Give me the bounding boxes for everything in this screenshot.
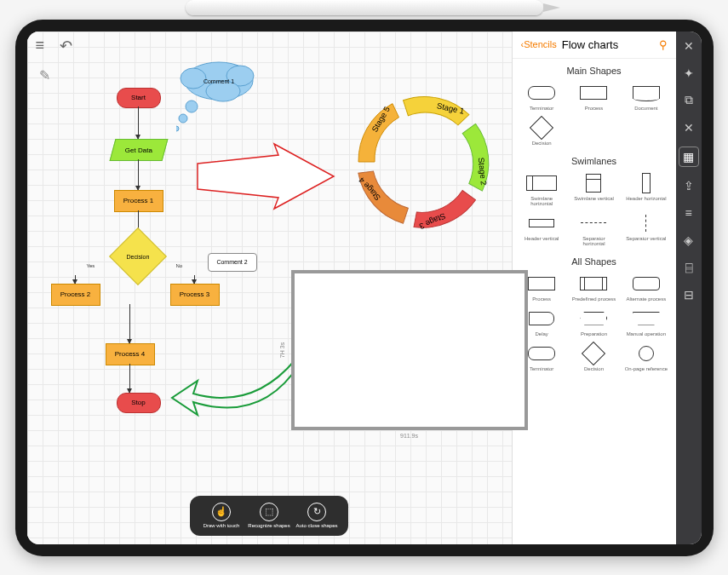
svg-text:Comment 1: Comment 1 (203, 78, 233, 84)
stencil-swimlane-vertical[interactable]: Swimlane vertical (570, 171, 618, 208)
label-yes: Yes (87, 263, 95, 268)
stencil-preparation[interactable]: Preparation (570, 307, 618, 338)
wand-icon[interactable]: ✦ (681, 66, 696, 81)
top-toolbar: ≡ ↶ (36, 37, 73, 55)
stencil-decision[interactable]: Decision (518, 116, 566, 147)
block-arrow[interactable] (193, 142, 338, 210)
label-no: No (176, 263, 183, 268)
stencil-onpage-reference[interactable]: On-page reference (622, 342, 670, 373)
connector (75, 275, 76, 284)
apple-pencil (186, 0, 543, 15)
svg-point-1 (181, 68, 206, 89)
stencils-title: Flow charts (562, 38, 618, 51)
flowchart-start[interactable]: Start (117, 88, 161, 108)
svg-point-4 (186, 101, 198, 112)
drawing-mode-toolbar: ☝Draw with touch ⬚Recognize shapes ↻Auto… (190, 496, 348, 536)
touch-icon: ☝ (212, 503, 231, 521)
layers-icon[interactable]: ◈ (681, 233, 696, 248)
section-all-shapes: All Shapes (513, 250, 676, 270)
section-swimlanes: Swimlanes (513, 149, 676, 170)
stencil-document[interactable]: Document (622, 81, 670, 112)
tools-icon[interactable]: ✕ (681, 120, 696, 135)
recognize-icon: ⬚ (260, 503, 278, 521)
stencil-predefined-process[interactable]: Predefined process (570, 272, 618, 303)
connector (138, 159, 139, 190)
stencils-panel: ‹ Stencils Flow charts ⚲ Main Shapes Ter… (512, 32, 676, 544)
connector (138, 106, 139, 139)
connector (129, 364, 130, 393)
drawing-canvas[interactable]: ≡ ↶ ✎ Comment 1 (27, 32, 512, 544)
flowchart-comment2[interactable]: Comment 2 (208, 253, 257, 272)
flowchart-process4[interactable]: Process 4 (106, 343, 155, 365)
ipad-frame: ≡ ↶ ✎ Comment 1 (15, 20, 714, 556)
data-icon[interactable]: ≡ (681, 205, 696, 221)
stencil-separator-vertical[interactable]: Separator vertical (622, 211, 670, 248)
search-icon[interactable]: ⚲ (659, 38, 668, 51)
pencil-tool-icon[interactable]: ✎ (39, 67, 50, 83)
recognize-shapes-button[interactable]: ⬚Recognize shapes (246, 503, 292, 529)
flowchart-process3[interactable]: Process 3 (170, 284, 220, 306)
flowchart-stop[interactable]: Stop (117, 393, 161, 413)
connector (194, 275, 195, 284)
comments-icon[interactable]: ⊟ (681, 287, 696, 302)
undo-icon[interactable]: ↶ (60, 37, 72, 55)
right-toolbar: ✕ ✦ ⧉ ✕ ▦ ⇪ ≡ ◈ ⌸ ⊟ (676, 32, 702, 544)
stencil-decision-2[interactable]: Decision (570, 342, 618, 373)
svg-point-6 (176, 126, 179, 131)
stencils-header: ‹ Stencils Flow charts ⚲ (513, 32, 676, 59)
stencils-icon[interactable]: ▦ (679, 147, 698, 166)
curved-arrow[interactable] (168, 351, 304, 428)
connector (129, 304, 130, 343)
flowchart-process2[interactable]: Process 2 (51, 284, 100, 306)
outline-icon[interactable]: ⌸ (681, 260, 696, 275)
stencil-terminator[interactable]: Terminator (518, 81, 566, 112)
stencil-swimlane-horizontal[interactable]: Swimlane horizontal (518, 171, 566, 208)
svg-point-5 (179, 114, 187, 123)
share-icon[interactable]: ⇪ (681, 178, 696, 193)
stencil-alternate-process[interactable]: Alternate process (622, 272, 670, 303)
stencil-separator-horizontal[interactable]: Separator horizontal (570, 211, 618, 248)
autoclose-icon: ↻ (307, 503, 326, 521)
stencil-header-vertical[interactable]: Header vertical (518, 211, 566, 248)
close-icon[interactable]: ✕ (681, 38, 696, 54)
auto-close-shapes-button[interactable]: ↻Auto close shapes (294, 503, 340, 529)
stencil-process[interactable]: Process (570, 81, 618, 112)
thought-cloud[interactable]: Comment 1 (176, 57, 244, 100)
stencil-header-horizontal[interactable]: Header horizontal (622, 171, 670, 208)
app-screen: ≡ ↶ ✎ Comment 1 (27, 32, 702, 544)
floorplan-width-label: 911.9s (400, 433, 418, 439)
flowchart-decision[interactable]: Decision (109, 227, 167, 285)
stencils-back-button[interactable]: ‹ Stencils (521, 39, 557, 49)
cycle-diagram[interactable]: Stage 1 Stage 2 Stage 3 Stage 4 Stage 5 (342, 81, 504, 243)
section-main-shapes: Main Shapes (513, 59, 676, 79)
draw-with-touch-button[interactable]: ☝Draw with touch (198, 503, 244, 529)
floor-plan[interactable]: 911.9s 7H 3s (291, 270, 528, 430)
stencil-manual-operation[interactable]: Manual operation (622, 307, 670, 338)
flowchart-data[interactable]: Get Data (109, 139, 168, 161)
flowchart-process1[interactable]: Process 1 (114, 190, 163, 212)
copy-icon[interactable]: ⧉ (681, 93, 696, 108)
menu-icon[interactable]: ≡ (36, 37, 45, 55)
floorplan-height-label: 7H 3s (278, 342, 284, 357)
